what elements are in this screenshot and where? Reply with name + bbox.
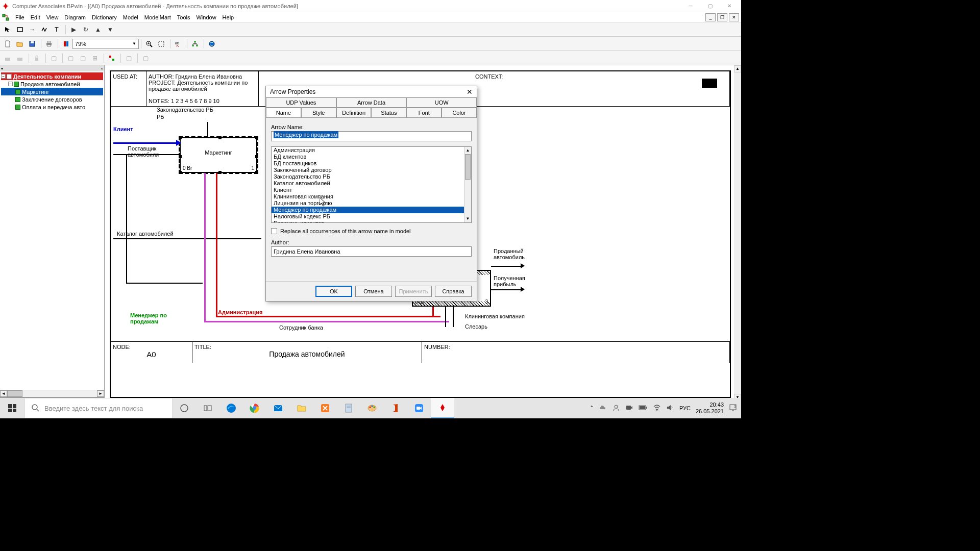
minimize-button[interactable]: ─ xyxy=(681,1,700,12)
tray-onedrive-icon[interactable] xyxy=(599,404,607,413)
replace-checkbox[interactable]: Replace all occurrences of this arrow na… xyxy=(271,228,472,234)
menu-window[interactable]: Window xyxy=(193,14,219,20)
menu-model[interactable]: Model xyxy=(120,14,141,20)
tree-item-0[interactable]: − Продажа автомобилей xyxy=(1,80,103,88)
arrow-tool[interactable]: → xyxy=(27,24,38,35)
explorer-icon[interactable] xyxy=(290,398,313,418)
dialog-titlebar[interactable]: Arrow Properties ✕ xyxy=(266,86,477,97)
tab-font[interactable]: Font xyxy=(406,108,442,117)
tray-notifications-icon[interactable]: 3 xyxy=(729,404,737,413)
cancel-button[interactable]: Отмена xyxy=(355,286,392,297)
paint-icon[interactable] xyxy=(360,398,384,418)
tree-item-3[interactable]: Оплата и передача авто xyxy=(1,103,103,111)
text-tool[interactable]: T xyxy=(51,24,62,35)
activity-tool[interactable] xyxy=(14,24,26,35)
report-button[interactable] xyxy=(60,38,71,49)
tray-chevron-icon[interactable]: ˄ xyxy=(590,405,594,412)
spell-button[interactable]: ab xyxy=(173,38,184,49)
tree-close-icon[interactable]: × xyxy=(101,66,103,71)
apply-button[interactable]: Применить xyxy=(395,286,432,297)
menu-modelmart[interactable]: ModelMart xyxy=(141,14,174,20)
list-item[interactable]: Каталог автомобилей xyxy=(272,180,471,187)
zoom-icon[interactable] xyxy=(407,398,431,418)
list-item[interactable]: Заключенный договор xyxy=(272,167,471,173)
tab-name[interactable]: Name xyxy=(266,108,301,117)
chrome-icon[interactable] xyxy=(243,398,266,418)
list-item[interactable]: Законодательство РБ xyxy=(272,173,471,180)
go-parent-up-tool[interactable]: ▲ xyxy=(92,24,104,35)
mail-icon[interactable] xyxy=(266,398,290,418)
maximize-button[interactable]: ▢ xyxy=(700,1,720,12)
cortana-icon[interactable] xyxy=(173,398,196,418)
tab-definition[interactable]: Definition xyxy=(336,108,372,117)
menu-dictionary[interactable]: Dictionary xyxy=(89,14,120,20)
menu-view[interactable]: View xyxy=(43,14,62,20)
mm-btn-1[interactable] xyxy=(2,53,13,64)
edge-icon[interactable] xyxy=(219,398,243,418)
notepad-icon[interactable] xyxy=(337,398,360,418)
menu-tools[interactable]: Tools xyxy=(174,14,193,20)
mm-btn-8[interactable] xyxy=(106,53,117,64)
mm-btn-9[interactable]: ▢ xyxy=(123,53,134,64)
list-item[interactable]: Клининговая компания xyxy=(272,193,471,200)
tray-wifi-icon[interactable] xyxy=(653,404,661,413)
zoom-combo[interactable]: 79% ▼ xyxy=(72,39,139,49)
bpwin-taskbar-icon[interactable] xyxy=(431,398,454,418)
tray-clock[interactable]: 20:43 26.05.2021 xyxy=(696,402,724,415)
tray-people-icon[interactable] xyxy=(612,404,620,413)
mm-btn-5[interactable]: ▢ xyxy=(65,53,76,64)
list-item[interactable]: Администрация xyxy=(272,147,471,154)
dialog-close-button[interactable]: ✕ xyxy=(467,88,473,96)
mm-btn-2[interactable] xyxy=(14,53,26,64)
print-button[interactable] xyxy=(43,38,55,49)
taskview-icon[interactable] xyxy=(196,398,219,418)
mm-btn-7[interactable]: ⊞ xyxy=(89,53,101,64)
mdi-minimize-button[interactable]: _ xyxy=(705,13,716,21)
canvas-vscroll[interactable]: ▲ ▼ xyxy=(734,65,741,401)
menu-edit[interactable]: Edit xyxy=(28,14,43,20)
list-item[interactable]: Менеджер по продажам xyxy=(272,207,471,213)
tree-item-2[interactable]: Заключение договоров xyxy=(1,95,103,103)
zoom-in-button[interactable] xyxy=(143,38,155,49)
zoom-fit-button[interactable] xyxy=(156,38,167,49)
menu-diagram[interactable]: Diagram xyxy=(61,14,89,20)
mm-btn-4[interactable]: ▢ xyxy=(48,53,59,64)
menu-help[interactable]: Help xyxy=(219,14,237,20)
go-parent-down-tool[interactable]: ▼ xyxy=(105,24,116,35)
tab-uow[interactable]: UOW xyxy=(406,97,477,107)
pointer-tool[interactable] xyxy=(2,24,13,35)
list-item[interactable]: Налоговый кодекс РБ xyxy=(272,213,471,220)
close-button[interactable]: ✕ xyxy=(720,1,739,12)
activity-marketing[interactable]: Маркетинг 0 Br 1 xyxy=(180,137,257,173)
new-button[interactable] xyxy=(2,38,13,49)
mdi-restore-button[interactable]: ❐ xyxy=(717,13,727,21)
model-button[interactable] xyxy=(206,38,217,49)
tree-root[interactable]: − Деятельность компании xyxy=(1,72,103,80)
list-item[interactable]: Перечень клиентов xyxy=(272,220,471,223)
tree-grip-icon[interactable]: ▾ xyxy=(1,66,3,71)
tree-hscroll[interactable]: ◄ ► xyxy=(0,390,104,397)
list-item[interactable]: БД клиентов xyxy=(272,154,471,160)
open-button[interactable] xyxy=(14,38,26,49)
help-button[interactable]: Справка xyxy=(435,286,472,297)
arrow-name-input[interactable]: Менеджер по продажам xyxy=(271,131,472,141)
list-item[interactable]: Лицензия на торговлю xyxy=(272,200,471,207)
tab-color[interactable]: Color xyxy=(442,108,477,117)
tab-udp[interactable]: UDP Values xyxy=(266,97,336,107)
office-icon[interactable] xyxy=(384,398,407,418)
xampp-icon[interactable] xyxy=(313,398,337,418)
tree-item-1[interactable]: Маркетинг xyxy=(1,88,103,95)
tray-volume-icon[interactable] xyxy=(666,404,674,413)
mm-btn-10[interactable]: ▢ xyxy=(140,53,151,64)
tab-arrow-data[interactable]: Arrow Data xyxy=(336,97,407,107)
start-button[interactable] xyxy=(0,398,24,418)
tray-lang[interactable]: РУС xyxy=(679,405,691,411)
author-input[interactable] xyxy=(271,246,472,257)
squiggle-tool[interactable] xyxy=(39,24,50,35)
list-item[interactable]: БД поставщиков xyxy=(272,160,471,167)
mm-lock-button[interactable] xyxy=(31,53,42,64)
tray-meet-icon[interactable] xyxy=(625,404,633,413)
save-button[interactable] xyxy=(27,38,38,49)
go-child-tool[interactable]: ▶ xyxy=(68,24,79,35)
list-item[interactable]: Клиент xyxy=(272,187,471,193)
